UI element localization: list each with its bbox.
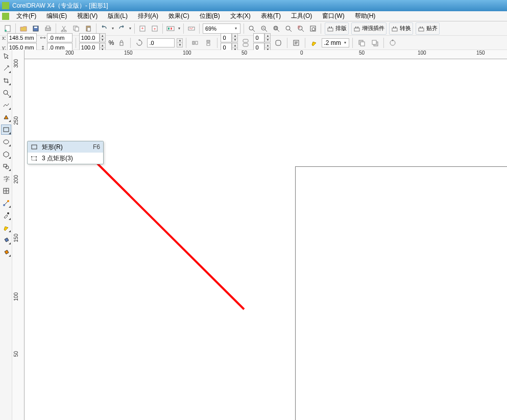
svg-point-22 [286,26,290,30]
wrap-text-button[interactable] [291,37,302,48]
outline-tool[interactable] [1,223,11,233]
menu-bar: 文件(F) 编辑(E) 视图(V) 版面(L) 排列(A) 效果(C) 位图(B… [0,11,507,21]
svg-rect-27 [328,28,333,31]
to-front-button[interactable] [356,37,367,48]
smart-fill-tool[interactable] [1,112,11,122]
rectangle-tool[interactable] [1,125,11,135]
rotation-input[interactable]: .0 [147,38,175,47]
undo-button[interactable] [99,23,110,34]
cut-button[interactable] [58,23,69,34]
rectangle-icon [31,143,38,151]
corner-lock-button[interactable] [240,37,251,48]
percent-label: % [109,39,114,46]
app-launcher-dropdown[interactable]: ▾ [177,26,181,31]
horizontal-ruler[interactable]: 200 150 100 50 0 50 100 150 [25,50,507,59]
menu-tools[interactable]: 工具(O) [286,11,317,21]
svg-point-61 [3,204,5,206]
scale-x-spinner[interactable]: ▲▼ [100,33,106,42]
zoom-tool[interactable] [1,88,11,98]
svg-rect-9 [75,27,79,31]
menu-layout[interactable]: 版面(L) [103,11,133,21]
menu-arrange[interactable]: 排列(A) [133,11,163,21]
drawing-canvas[interactable]: 矩形(R) F6 3 点矩形(3) [25,59,507,420]
zoom-out-button[interactable] [258,23,270,34]
crop-tool[interactable] [1,76,11,86]
redo-button[interactable] [116,23,127,34]
ruler-h-tick: 150 [476,50,485,56]
interactive-tool[interactable] [1,198,11,208]
menu-edit[interactable]: 编辑(E) [41,11,72,21]
menu-text[interactable]: 文本(X) [225,11,256,21]
corner3-spinner[interactable]: ▲▼ [264,33,271,42]
copy-button[interactable] [70,23,82,34]
mirror-v-button[interactable] [203,37,214,48]
menu-bitmap[interactable]: 位图(B) [195,11,225,21]
ruler-v-tick: 50 [13,351,19,357]
menu-view[interactable]: 视图(V) [72,11,103,21]
flyout-rectangle-item[interactable]: 矩形(R) F6 [28,141,103,153]
text-tool[interactable]: 字 [1,174,11,184]
new-button[interactable] [2,23,13,34]
menu-effects[interactable]: 效果(C) [163,11,195,21]
zoom-all-button[interactable] [283,23,294,34]
basic-shapes-tool[interactable] [1,161,11,171]
mirror-h-button[interactable] [189,37,201,48]
lock-ratio-button[interactable] [116,37,127,48]
to-back-button[interactable] [369,37,380,48]
menu-file[interactable]: 文件(F) [11,11,41,21]
svg-rect-41 [196,41,198,44]
menu-table[interactable]: 表格(T) [256,11,286,21]
zoom-selection-button[interactable] [271,23,282,34]
svg-rect-65 [32,157,36,160]
svg-point-67 [36,156,37,157]
import-button[interactable] [137,23,148,34]
corner1-spinner[interactable]: ▲▼ [232,33,238,42]
paste-button[interactable] [83,23,94,34]
svg-rect-5 [46,26,50,28]
app-launcher-button[interactable] [165,23,176,34]
pin-layout-button[interactable]: 排版 [325,22,349,35]
corner1-input[interactable]: 0 [221,33,232,42]
zoom-to-page-button[interactable] [295,23,306,34]
zoom-fit-button[interactable] [307,23,319,34]
corner3-input[interactable]: 0 [253,33,264,42]
ruler-h-tick: 50 [359,50,365,56]
scale-x-input[interactable]: 100.0 [79,33,100,42]
menu-help[interactable]: 帮助(H) [350,11,381,21]
pin-snap-button[interactable]: 贴齐 [416,22,440,35]
menu-window[interactable]: 窗口(W) [317,11,349,21]
save-button[interactable] [30,23,41,34]
zoom-level-input[interactable]: 69% ▾ [203,23,240,34]
width-input[interactable]: .0 mm [47,33,73,42]
table-tool[interactable] [1,186,11,196]
rotation-icon [134,37,145,48]
zoom-in-button[interactable] [246,23,257,34]
redo-dropdown[interactable]: ▾ [128,26,132,31]
export-button[interactable] [149,23,160,34]
open-button[interactable] [18,23,29,34]
interactive-fill-tool[interactable] [1,247,11,257]
ellipse-tool[interactable] [1,137,11,147]
zoom-dropdown-icon: ▾ [234,26,238,31]
outline-width-input[interactable]: .2 mm ▾ [322,38,349,47]
pin-convert-button[interactable]: 转换 [389,22,413,35]
polygon-tool[interactable] [1,149,11,159]
x-position-input[interactable]: 148.5 mm [7,33,37,42]
fill-tool[interactable] [1,235,11,245]
flyout-3pt-rectangle-item[interactable]: 3 点矩形(3) [28,153,103,164]
convert-curves-button[interactable] [387,37,398,48]
round-all-button[interactable] [273,37,284,48]
svg-rect-45 [243,43,248,46]
print-button[interactable] [42,23,54,34]
rotation-spinner[interactable]: ▲▼ [177,38,183,47]
eyedropper-tool[interactable] [1,210,11,220]
pick-tool[interactable] [1,51,11,61]
freehand-tool[interactable] [1,100,11,110]
ruler-h-tick: 150 [124,50,133,56]
svg-point-20 [274,26,278,30]
vertical-ruler[interactable]: 300 250 200 150 100 50 [12,50,25,420]
undo-dropdown[interactable]: ▾ [111,26,115,31]
shape-tool[interactable] [1,63,11,73]
pin-enhance-button[interactable]: 增强插件 [351,22,387,35]
welcome-button[interactable] [186,23,197,34]
